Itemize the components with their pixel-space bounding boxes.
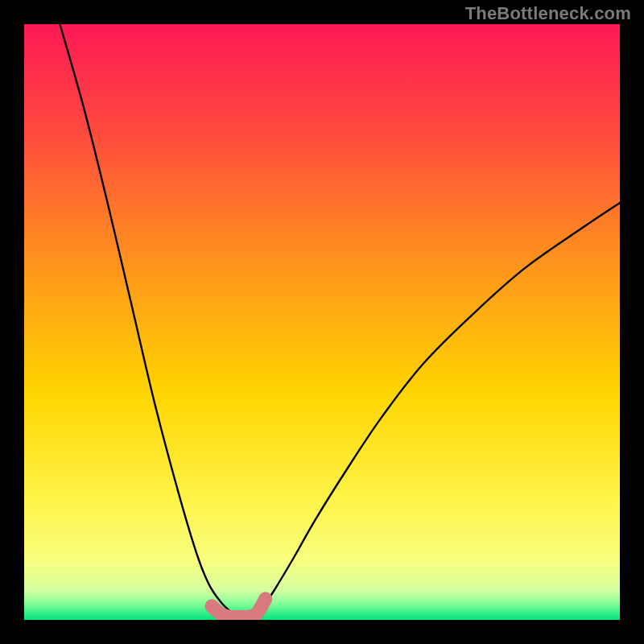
gradient-background bbox=[24, 24, 620, 620]
chart-frame: TheBottleneck.com bbox=[0, 0, 644, 644]
svg-point-1 bbox=[258, 592, 272, 606]
chart-svg bbox=[24, 24, 620, 620]
plot-area bbox=[24, 24, 620, 620]
watermark-label: TheBottleneck.com bbox=[465, 3, 631, 24]
svg-point-0 bbox=[205, 599, 219, 613]
